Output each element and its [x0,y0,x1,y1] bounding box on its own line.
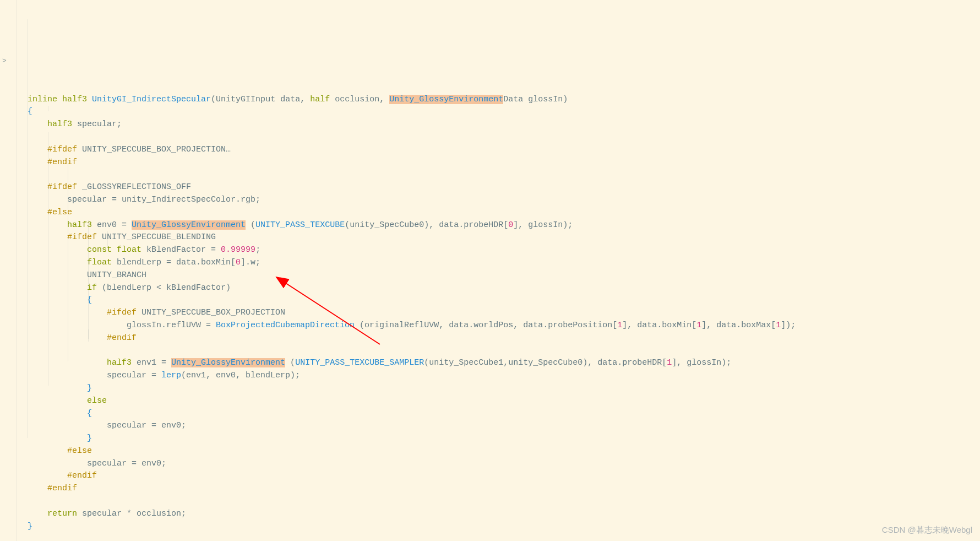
indent-guide [48,106,48,111]
text: specular = env0; [28,459,166,468]
number: 0 [508,220,513,230]
number: 1 [776,321,781,330]
brace: { [28,107,32,116]
indent-guide [88,329,89,342]
text: blendLerp = data.boxMin[ [112,258,236,267]
text: Data glossIn) [503,95,568,104]
keyword: const [87,245,112,255]
indent-guide [68,158,68,361]
brace: } [87,383,92,393]
code-block: inline half3 UnityGI_IndirectSpecular(Un… [11,94,980,533]
brace: { [87,409,92,418]
keyword: float [117,245,141,255]
preprocessor: #ifdef [67,232,97,242]
text: ].w; [241,258,260,267]
text: (blendLerp < kBlendFactor) [97,283,231,293]
watermark: CSDN @暮志未晚Webgl [882,524,972,537]
text: UNITY_BRANCH [28,270,146,280]
text: ], glossIn); [672,358,731,367]
text: env0 = [92,220,132,230]
text: env1 = [132,358,171,367]
highlighted-token: Unity_GlossyEnvironment [389,95,503,104]
text: (unity_SpecCube1,unity_SpecCube0), data.… [424,358,667,367]
text: (UnityGIInput data, [211,95,310,104]
text: ( [285,358,295,367]
indent-guide [28,19,28,438]
text: (originalReflUVW, data.worldPos, data.pr… [355,321,617,330]
keyword: half3 [107,358,132,367]
text: specular; [72,120,122,129]
text: UNITY_SPECCUBE_BOX_PROJECTION [137,308,285,317]
text: UNITY_SPECCUBE_BOX_PROJECTION [77,145,226,154]
text: (env1, env0, blendLerp); [181,371,300,380]
preprocessor: #endif [47,158,77,167]
function-name: UNITY_PASS_TEXCUBE_SAMPLER [295,358,424,367]
number: 0.99999 [221,245,255,255]
indent-guide [88,220,89,339]
text: (unity_SpecCube0), data.probeHDR[ [345,220,508,230]
preprocessor: #else [67,446,92,456]
preprocessor: #ifdef [107,308,137,317]
keyword: inline [28,95,57,104]
keyword: else [87,396,107,405]
indent-guide [48,132,48,386]
keyword: half [310,95,330,104]
function-name: lerp [161,371,181,380]
text: ]); [781,321,796,330]
keyword: half3 [47,120,72,129]
preprocessor: #endif [67,471,97,480]
number: 1 [617,321,622,330]
preprocessor: #ifdef [47,145,77,154]
text: kBlendFactor = [141,245,221,255]
keyword: return [47,509,77,518]
text: glossIn.reflUVW = [28,321,216,330]
text: specular * occlusion; [77,509,186,518]
text: ], glossIn); [513,220,573,230]
number: 0 [236,258,241,267]
preprocessor: #else [47,208,72,217]
brace: } [28,522,32,531]
highlighted-token: Unity_GlossyEnvironment [132,220,246,230]
number: 1 [667,358,672,367]
preprocessor: #endif [107,333,137,343]
preprocessor: #endif [47,484,77,493]
function-name: UnityGI_IndirectSpecular [92,95,211,104]
text: ; [255,245,260,255]
text: specular = unity_IndirectSpecColor.rgb; [28,195,260,204]
brace: } [87,434,92,443]
highlighted-token: Unity_GlossyEnvironment [171,358,285,367]
text: ( [246,220,255,230]
fold-dots[interactable]: … [226,145,231,154]
keyword: half3 [62,95,87,104]
text: ], data.boxMin[ [622,321,696,330]
fold-indicator-icon[interactable]: > [2,55,7,68]
text: occlusion, [330,95,389,104]
function-name: BoxProjectedCubemapDirection [216,321,355,330]
text: UNITY_SPECCUBE_BLENDING [97,232,216,242]
text: ], data.boxMax[ [701,321,776,330]
indent-guide [107,231,108,247]
function-name: UNITY_PASS_TEXCUBE [255,220,345,230]
keyword: float [87,258,112,267]
number: 1 [696,321,701,330]
preprocessor: #ifdef [47,182,77,192]
text: _GLOSSYREFLECTIONS_OFF [77,182,191,192]
text: specular = env0; [28,421,186,430]
